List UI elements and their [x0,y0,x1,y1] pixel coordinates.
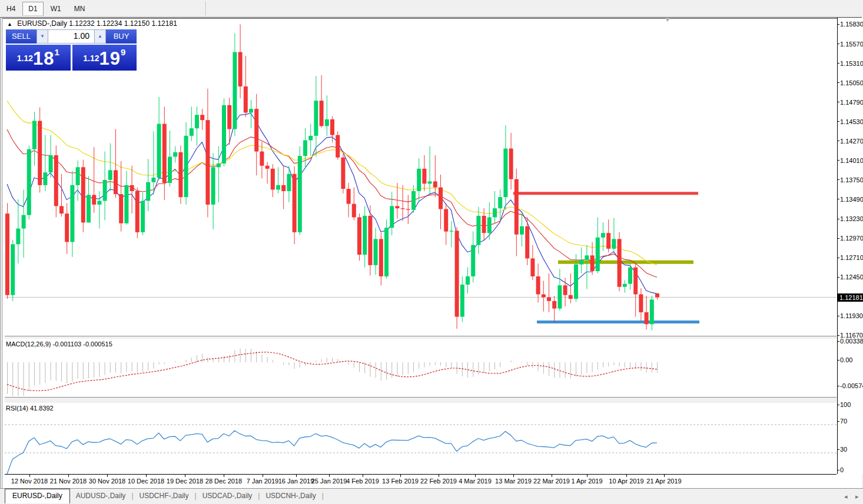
date-label: 22 Feb 2019 [420,478,457,485]
bear-candle [633,268,638,295]
price-axis-tick [837,316,839,316]
date-tick [185,475,185,477]
symbol-tab-eurusd[interactable]: EURUSD-,Daily [5,489,70,503]
timeframe-tab-d1[interactable]: D1 [22,2,43,16]
date-tick [146,475,147,477]
date-tick [439,475,439,477]
price-axis-label: 1.12450 [840,273,863,281]
bull-candle [108,170,112,180]
date-tick [224,475,224,477]
bull-candle [222,105,226,163]
macd-axis-tick [837,386,839,386]
bull-candle [151,178,155,182]
macd-axis-tick [837,360,839,361]
date-label: 16 Jan 2019 [278,478,314,485]
price-axis-label: 1.14790 [840,99,863,106]
price-axis-tick [837,141,839,141]
price-axis-tick [837,335,839,336]
bull-candle [503,149,507,198]
volume-increase-button[interactable]: ▲ [94,29,106,44]
rsi-panel-svg[interactable] [5,403,837,474]
date-tick [263,475,263,477]
bear-candle [293,174,297,232]
bull-candle [103,180,107,201]
sell-button[interactable]: SELL [6,29,36,44]
symbol-tab-usdcnh[interactable]: USDCNH-,Daily [260,489,321,503]
date-tick [329,475,330,477]
rsi-label: RSI(14) 41.8392 [6,405,54,412]
symbol-tab-usdchf[interactable]: USDCHF-,Daily [134,489,195,503]
bull-candle [287,174,291,191]
bull-candle [168,156,172,183]
rsi-axis-tick [837,449,839,450]
date-label: 4 Feb 2019 [346,478,379,485]
bear-candle [341,158,345,189]
bull-candle [520,226,524,235]
bear-candle [406,209,410,210]
bear-candle [645,312,649,324]
bull-candle [498,197,502,208]
panel-divider[interactable] [5,397,837,403]
bull-candle [97,201,101,205]
bear-candle [542,294,546,297]
bear-candle [357,217,361,255]
timeframe-tab-h4[interactable]: H4 [1,2,21,16]
bear-candle [260,152,264,166]
bull-candle [11,244,15,295]
bear-candle [482,216,486,233]
chart-shift-marker-icon[interactable]: ▼ [665,16,671,23]
rsi-axis-label: 30 [840,446,847,453]
timeframe-tab-mn[interactable]: MN [68,2,91,16]
date-label: 1 Apr 2019 [571,478,602,485]
buy-price-box[interactable]: 1.12199 [72,45,137,71]
bull-candle [141,201,145,232]
date-label: 13 Feb 2019 [382,478,419,485]
macd-panel-svg[interactable] [5,339,837,397]
timeframe-toolbar: H4D1W1MN [0,0,863,17]
collapse-triangle-icon[interactable]: ▲ [7,21,12,27]
bull-candle [298,156,302,232]
price-axis-tick [837,63,839,64]
price-axis-tick [837,44,839,44]
chart-title: ▲ EURUSD-,Daily 1.12232 1.12234 1.12150 … [7,19,177,28]
bear-candle [433,181,437,187]
price-axis-label: 1.13490 [840,196,863,203]
bear-candle [655,293,659,297]
bull-candle [308,136,313,141]
date-tick [68,475,69,477]
bull-candle [32,121,36,149]
bear-candle [330,119,334,135]
bear-candle [178,152,182,197]
sell-price-box[interactable]: 1.12181 [6,45,71,71]
bull-candle [417,169,421,191]
symbol-tab-audusd[interactable]: AUDUSD-,Daily [70,489,132,503]
volume-input[interactable]: 1.00 [48,29,94,44]
bull-candle [217,163,221,167]
bear-candle [92,195,96,205]
bull-candle [650,299,654,324]
bull-candle [487,217,492,233]
price-axis-tick [837,121,839,122]
bull-candle [601,233,605,238]
date-label: 4 Mar 2019 [459,478,492,485]
bull-candle [211,167,215,205]
price-axis-label: 1.13230 [840,215,863,222]
volume-decrease-button[interactable]: ▼ [36,29,48,44]
price-axis-label: 1.15570 [840,41,863,48]
bear-candle [569,295,573,299]
buy-button[interactable]: BUY [106,29,137,44]
bull-candle [76,167,80,185]
date-tick [296,475,297,477]
price-axis-tick [837,199,839,199]
bull-candle [314,101,318,136]
bear-candle [238,52,243,86]
timeframe-tab-w1[interactable]: W1 [45,2,67,16]
bear-candle [254,109,258,151]
symbol-tab-usdcad[interactable]: USDCAD-,Daily [197,489,258,503]
tab-scroll-right-icon[interactable]: ▸ [855,493,859,500]
bull-candle [16,229,20,245]
tab-scroll-left-icon[interactable]: ◂ [844,493,848,500]
bear-candle [352,204,356,218]
price-axis-label: 1.14010 [840,157,863,164]
bear-candle [114,170,118,194]
